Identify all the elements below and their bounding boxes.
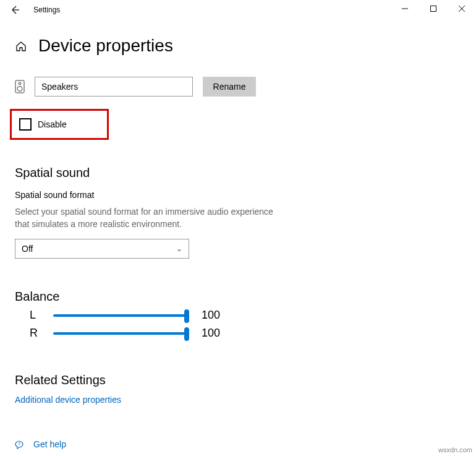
chevron-down-icon: ⌄ bbox=[176, 244, 182, 253]
slider-thumb-icon bbox=[184, 309, 189, 323]
watermark: wsxdn.com bbox=[438, 446, 472, 454]
help-icon: ? bbox=[15, 439, 25, 449]
balance-heading: Balance bbox=[15, 290, 324, 304]
balance-left-slider[interactable] bbox=[53, 314, 187, 317]
maximize-button[interactable] bbox=[419, 0, 448, 17]
disable-highlight-box: Disable bbox=[10, 109, 109, 140]
back-button[interactable] bbox=[7, 2, 22, 17]
related-settings-heading: Related Settings bbox=[15, 373, 324, 387]
rename-button[interactable]: Rename bbox=[203, 77, 256, 97]
svg-point-6 bbox=[17, 87, 22, 92]
device-name-input[interactable] bbox=[35, 77, 193, 97]
spatial-sound-heading: Spatial sound bbox=[15, 166, 324, 180]
close-button[interactable] bbox=[448, 0, 476, 17]
disable-checkbox[interactable] bbox=[19, 118, 32, 131]
balance-right-label: R bbox=[30, 327, 43, 340]
balance-left-value: 100 bbox=[202, 309, 220, 322]
spatial-sound-selected: Off bbox=[22, 244, 33, 254]
spatial-sound-description: Select your spatial sound format for an … bbox=[15, 206, 287, 230]
window-title: Settings bbox=[33, 6, 60, 14]
back-arrow-icon bbox=[10, 5, 20, 15]
home-icon[interactable] bbox=[15, 40, 27, 53]
disable-label: Disable bbox=[38, 119, 67, 129]
balance-right-slider[interactable] bbox=[53, 332, 187, 335]
spatial-sound-dropdown[interactable]: Off ⌄ bbox=[15, 239, 189, 259]
spatial-sound-subheading: Spatial sound format bbox=[15, 190, 324, 200]
speaker-device-icon bbox=[15, 80, 25, 93]
balance-right-value: 100 bbox=[202, 327, 220, 340]
maximize-icon bbox=[430, 6, 436, 12]
balance-left-label: L bbox=[30, 309, 43, 322]
svg-text:?: ? bbox=[18, 441, 21, 447]
minimize-button[interactable] bbox=[391, 0, 419, 17]
close-icon bbox=[459, 6, 465, 12]
page-title: Device properties bbox=[38, 36, 173, 56]
svg-rect-1 bbox=[431, 6, 436, 12]
minimize-icon bbox=[402, 6, 408, 12]
slider-thumb-icon bbox=[184, 327, 189, 341]
additional-properties-link[interactable]: Additional device properties bbox=[15, 395, 324, 405]
get-help-link[interactable]: Get help bbox=[33, 439, 66, 449]
svg-point-5 bbox=[19, 82, 21, 85]
